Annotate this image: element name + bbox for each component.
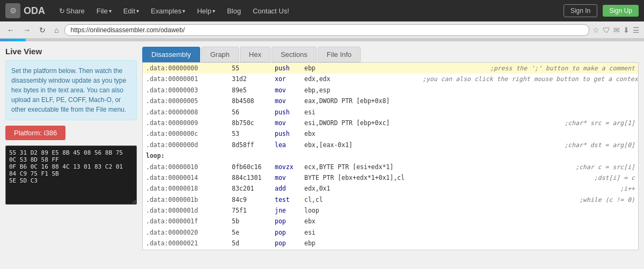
- nav-help[interactable]: Help ▾: [194, 5, 218, 17]
- disasm-addr: .data:00000008: [146, 107, 232, 117]
- nav-blog[interactable]: Blog: [224, 5, 244, 17]
- hex-textarea[interactable]: [5, 146, 137, 205]
- disasm-row[interactable]: .data:0000001883c201addedx,0x1;i++: [143, 183, 638, 194]
- tab-fileinfo[interactable]: File Info: [318, 47, 361, 62]
- disasm-row[interactable]: .data:0000000856pushesi: [143, 107, 638, 118]
- disasm-row[interactable]: .data:00000022c3ret: [143, 249, 638, 250]
- disasm-mnemonic: push: [275, 129, 304, 139]
- disasm-operands: edx,edx: [304, 74, 412, 84]
- download-icon: ⬇: [623, 26, 630, 34]
- edit-chevron-icon: ▾: [136, 8, 139, 14]
- logo-icon: ⚙: [5, 3, 20, 18]
- disasm-row[interactable]: .data:0000000055pushebp;press the ';' bu…: [143, 63, 638, 74]
- disasm-bytes: 56: [232, 107, 275, 117]
- platform-button[interactable]: Platform: i386: [5, 126, 65, 140]
- navbar: ⚙ ODA ↻ Share File ▾ Edit ▾ Examples ▾ H…: [0, 0, 644, 21]
- url-input[interactable]: [64, 24, 589, 36]
- disasm-mnemonic: ret: [275, 250, 304, 250]
- disasm-bytes: 5e: [232, 228, 275, 237]
- disasm-row[interactable]: .data:0000000389e5movebp,esp: [143, 85, 638, 96]
- mail-icon: ✉: [613, 26, 620, 34]
- tab-disassembly[interactable]: Disassembly: [142, 47, 200, 62]
- disasm-row[interactable]: .data:0000001b84c9testcl,cl;while (c != …: [143, 194, 638, 205]
- shield-icon: 🛡: [603, 26, 610, 34]
- disasm-addr: .data:0000000c: [146, 129, 232, 139]
- disasm-operands: ebp,esp: [304, 85, 635, 95]
- disasm-mnemonic: xor: [275, 74, 304, 84]
- disasm-operands: ebp: [304, 238, 635, 248]
- disasm-addr: .data:00000001: [146, 74, 232, 84]
- tab-graph[interactable]: Graph: [201, 47, 239, 62]
- disasm-addr: .data:0000001b: [146, 195, 232, 205]
- reload-button[interactable]: ↻: [36, 25, 48, 35]
- nav-edit[interactable]: Edit ▾: [120, 5, 142, 17]
- forward-button[interactable]: →: [20, 25, 33, 35]
- main-content: Live View Set the platform below. Then w…: [0, 41, 644, 256]
- disasm-mnemonic: pop: [275, 238, 304, 248]
- disasm-bytes: 75f1: [232, 206, 275, 215]
- nav-file[interactable]: File ▾: [93, 5, 115, 17]
- home-button[interactable]: ⌂: [52, 25, 61, 35]
- disasm-comment: ;dst[i] = c: [594, 173, 635, 183]
- addressbar: ← → ↻ ⌂ ☆ 🛡 ✉ ⬇ ☰: [0, 21, 644, 39]
- disasm-mnemonic: push: [275, 63, 304, 73]
- disasm-row[interactable]: .data:0000000c53pushebx: [143, 128, 638, 139]
- tab-sections[interactable]: Sections: [272, 47, 317, 62]
- disasm-row[interactable]: .data:0000001f5bpopebx: [143, 216, 638, 227]
- disasm-bytes: 89e5: [232, 85, 275, 95]
- disasm-addr: .data:0000001d: [146, 206, 232, 215]
- disasm-row[interactable]: .data:0000000d8d58ffleaebx,[eax-0x1];cha…: [143, 140, 638, 150]
- disasm-comment: ;you can also click the right mouse butt…: [422, 74, 639, 84]
- logo-text: ODA: [24, 5, 45, 17]
- disasm-mnemonic: add: [275, 184, 304, 193]
- disasm-addr: .data:00000020: [146, 228, 232, 237]
- disasm-row[interactable]: .data:0000000131d2xoredx,edx;you can als…: [143, 74, 638, 84]
- disasm-row[interactable]: .data:000000100fb60c16movzxecx,BYTE PTR …: [143, 162, 638, 172]
- disasm-row[interactable]: .data:000000205epopesi: [143, 227, 638, 238]
- disasm-operands: ebx: [304, 129, 635, 139]
- disasm-bytes: 884c1301: [232, 173, 275, 183]
- disasm-row[interactable]: .data:000000215dpopebp: [143, 238, 638, 249]
- disasm-addr: .data:00000018: [146, 184, 232, 193]
- nav-examples[interactable]: Examples ▾: [148, 5, 188, 17]
- disasm-comment: ;while (c != 0): [579, 195, 635, 205]
- share-icon: ↻: [59, 7, 65, 15]
- disasm-operands: esi,DWORD PTR [ebp+0xc]: [304, 118, 553, 128]
- back-button[interactable]: ←: [4, 25, 17, 35]
- disasm-row[interactable]: .data:000000058b4508moveax,DWORD PTR [eb…: [143, 96, 638, 106]
- disasm-bytes: 55: [232, 63, 275, 73]
- disasm-row[interactable]: .data:00000014884c1301movBYTE PTR [ebx+e…: [143, 172, 638, 183]
- disasm-row[interactable]: .data:0000001d75f1jneloop: [143, 205, 638, 216]
- disasm-comment: ;char c = src[i]: [575, 162, 635, 172]
- disasm-mnemonic: pop: [275, 216, 304, 226]
- disasm-mnemonic: lea: [275, 140, 304, 150]
- disasm-operands: ebp: [304, 63, 479, 73]
- disasm-operands: BYTE PTR [ebx+edx*1+0x1],cl: [304, 173, 583, 183]
- disasm-addr: .data:0000000d: [146, 140, 232, 150]
- disasm-bytes: 84c9: [232, 195, 275, 205]
- tab-hex[interactable]: Hex: [240, 47, 270, 62]
- star-icon[interactable]: ☆: [592, 26, 599, 34]
- menu-icon[interactable]: ☰: [633, 26, 640, 34]
- help-chevron-icon: ▾: [213, 8, 215, 14]
- signup-button[interactable]: Sign Up: [603, 5, 639, 17]
- signin-button[interactable]: Sign In: [564, 4, 597, 17]
- file-chevron-icon: ▾: [109, 8, 112, 14]
- disasm-row[interactable]: .data:000000098b750cmovesi,DWORD PTR [eb…: [143, 118, 638, 128]
- disasm-addr: .data:00000021: [146, 238, 232, 248]
- disasm-mnemonic: mov: [275, 118, 304, 128]
- disasm-operands: edx,0x1: [304, 184, 609, 193]
- disasm-comment: ;char* dst = arg[0]: [564, 140, 635, 150]
- nav-contact[interactable]: Contact Us!: [250, 5, 292, 17]
- disasm-view: .data:0000000055pushebp;press the ';' bu…: [142, 62, 639, 250]
- logo-area: ⚙ ODA: [5, 3, 45, 18]
- disasm-comment: ;i++: [620, 184, 635, 193]
- disasm-operands: esi: [304, 107, 635, 117]
- disasm-bytes: 53: [232, 129, 275, 139]
- tab-bar: Disassembly Graph Hex Sections File Info: [142, 47, 639, 62]
- disasm-mnemonic: mov: [275, 96, 304, 106]
- disasm-operands: ebx: [304, 216, 635, 226]
- disasm-mnemonic: mov: [275, 173, 304, 183]
- nav-share[interactable]: ↻ Share: [56, 5, 88, 17]
- disasm-bytes: 31d2: [232, 74, 275, 84]
